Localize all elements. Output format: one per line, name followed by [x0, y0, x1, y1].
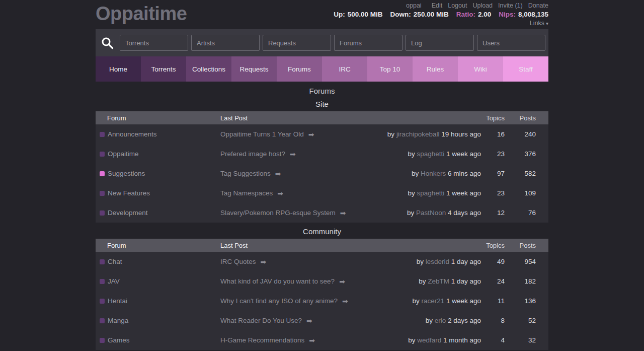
lastpost-user-link[interactable]: wedfard: [417, 336, 441, 344]
lastpost-topic-link[interactable]: What kind of JAV do you want to see?: [220, 277, 335, 285]
lastpost-topic-link[interactable]: Slavery/Pokemon RPG-esque System: [220, 209, 336, 217]
forum-bullet-icon: [100, 318, 105, 323]
forum-link[interactable]: Development: [108, 209, 148, 217]
nav-item-wiki[interactable]: Wiki: [458, 56, 503, 82]
forum-cell: JAV: [96, 277, 220, 285]
forum-link[interactable]: Chat: [108, 258, 122, 265]
search-input-torrents[interactable]: [120, 35, 188, 51]
header-link-donate[interactable]: Donate: [528, 2, 548, 9]
forum-link[interactable]: Oppaitime: [108, 150, 139, 158]
links-dropdown[interactable]: Links▾: [530, 20, 548, 27]
forum-table-community: ForumLast PostTopicsPostsChatIRC Quotes➡…: [96, 239, 548, 350]
goto-last-post-icon[interactable]: ➡: [277, 189, 283, 197]
nav-item-home[interactable]: Home: [96, 56, 141, 82]
forum-row-new-features: New FeaturesTag Namespaces➡by spaghetti …: [96, 183, 548, 203]
goto-last-post-icon[interactable]: ➡: [339, 277, 345, 286]
forum-cell: Chat: [96, 258, 220, 265]
header-link-logout[interactable]: Logout: [448, 2, 467, 9]
forum-link[interactable]: Announcements: [108, 130, 157, 138]
stat-up: Up:500.00 MiB: [334, 11, 382, 18]
forum-bullet-icon: [100, 210, 105, 216]
header-link-invite-1[interactable]: Invite (1): [498, 2, 523, 9]
forum-bullet-icon: [100, 191, 105, 196]
nav-item-irc[interactable]: IRC: [322, 56, 367, 82]
user-links: oppaiEditLogoutUploadInvite (1)Donate: [406, 2, 548, 9]
search-icon[interactable]: [101, 36, 114, 50]
lastpost-user-link[interactable]: PastNoon: [416, 209, 446, 217]
header-link-upload[interactable]: Upload: [472, 2, 493, 9]
lastpost-topic-link[interactable]: What Reader Do You Use?: [220, 317, 302, 324]
lastpost-user-link[interactable]: spaghetti: [417, 189, 444, 197]
lastpost-topic-link[interactable]: Why I can't find any ISO of any anime?: [220, 297, 338, 305]
search-input-artists[interactable]: [191, 35, 260, 51]
lastpost-topic: Oppaitime Turns 1 Year Old➡: [220, 130, 314, 138]
stat-nips: Nips:8,008,135: [499, 11, 548, 18]
lastpost-topic: Tag Namespaces➡: [220, 189, 283, 197]
nav-item-requests[interactable]: Requests: [231, 56, 277, 82]
lastpost-topic-link[interactable]: Prefered image host?: [220, 150, 285, 158]
nav-item-collections[interactable]: Collections: [186, 56, 231, 82]
posts-count: 954: [505, 258, 548, 265]
nav-item-torrents[interactable]: Torrents: [141, 56, 186, 82]
lastpost-topic: Prefered image host?➡: [220, 150, 296, 158]
goto-last-post-icon[interactable]: ➡: [261, 258, 267, 266]
search-input-users[interactable]: [477, 35, 545, 51]
lastpost-topic-link[interactable]: Tag Suggestions: [220, 170, 271, 177]
lastpost-byline: by jirachipokeball 19 hours ago: [387, 130, 481, 138]
nav-item-top-10[interactable]: Top 10: [367, 56, 413, 82]
forum-cell: Announcements: [96, 130, 220, 138]
lastpost-cell: Prefered image host?➡by spaghetti 1 week…: [220, 150, 482, 158]
username-link[interactable]: oppai: [406, 2, 422, 9]
forum-link[interactable]: Suggestions: [108, 170, 145, 177]
lastpost-topic: Slavery/Pokemon RPG-esque System➡: [220, 209, 346, 217]
posts-count: 52: [505, 317, 548, 324]
lastpost-topic-link[interactable]: Tag Namespaces: [220, 189, 273, 197]
lastpost-user-link[interactable]: erio: [435, 317, 446, 324]
forum-link[interactable]: Hentai: [108, 297, 127, 305]
lastpost-user-link[interactable]: jirachipokeball: [396, 130, 440, 138]
forum-link[interactable]: Manga: [108, 317, 128, 324]
lastpost-topic-link[interactable]: H-Game Recommendations: [220, 336, 304, 344]
search-input-log[interactable]: [406, 35, 474, 51]
goto-last-post-icon[interactable]: ➡: [290, 150, 296, 158]
nav-item-rules[interactable]: Rules: [413, 56, 458, 82]
posts-count: 182: [505, 277, 548, 285]
page-container: Oppaitime oppaiEditLogoutUploadInvite (1…: [96, 0, 548, 350]
goto-last-post-icon[interactable]: ➡: [275, 170, 281, 178]
nav-item-forums[interactable]: Forums: [277, 56, 322, 82]
forum-row-jav: JAVWhat kind of JAV do you want to see?➡…: [96, 271, 548, 291]
forum-link[interactable]: New Features: [108, 189, 150, 197]
page-title: Forums: [96, 87, 548, 95]
goto-last-post-icon[interactable]: ➡: [306, 317, 312, 325]
goto-last-post-icon[interactable]: ➡: [342, 297, 348, 305]
lastpost-user-link[interactable]: racer21: [421, 297, 444, 305]
forum-link[interactable]: JAV: [108, 277, 120, 285]
lastpost-user-link[interactable]: Honkers: [421, 170, 446, 177]
search-input-requests[interactable]: [263, 35, 331, 51]
column-header-forum: Forum: [96, 114, 220, 122]
lastpost-user-link[interactable]: spaghetti: [417, 150, 444, 158]
user-info-block: oppaiEditLogoutUploadInvite (1)Donate Up…: [334, 2, 548, 27]
posts-count: 109: [505, 189, 548, 197]
header-link-edit[interactable]: Edit: [432, 2, 443, 9]
site-logo[interactable]: Oppaitime: [96, 0, 187, 25]
topics-count: 11: [482, 297, 505, 305]
lastpost-byline: by spaghetti 1 week ago: [408, 189, 481, 197]
forum-link[interactable]: Games: [108, 336, 130, 344]
lastpost-cell: Tag Namespaces➡by spaghetti 1 week ago: [220, 189, 482, 197]
lastpost-user-link[interactable]: lesderid: [426, 258, 449, 265]
forum-row-hentai: HentaiWhy I can't find any ISO of any an…: [96, 291, 548, 311]
nav-item-staff[interactable]: Staff: [503, 56, 548, 82]
goto-last-post-icon[interactable]: ➡: [308, 130, 314, 138]
lastpost-topic-link[interactable]: Oppaitime Turns 1 Year Old: [220, 130, 304, 138]
lastpost-byline: by lesderid 1 day ago: [417, 258, 481, 265]
column-header-last-post: Last Post: [220, 242, 482, 249]
goto-last-post-icon[interactable]: ➡: [340, 209, 346, 217]
goto-last-post-icon[interactable]: ➡: [309, 336, 315, 344]
search-bar: [96, 29, 548, 56]
search-input-forums[interactable]: [334, 35, 403, 51]
column-header-last-post: Last Post: [220, 114, 482, 122]
lastpost-user-link[interactable]: ZebTM: [428, 277, 449, 285]
lastpost-topic-link[interactable]: IRC Quotes: [220, 258, 256, 265]
forum-cell: Oppaitime: [96, 150, 220, 158]
